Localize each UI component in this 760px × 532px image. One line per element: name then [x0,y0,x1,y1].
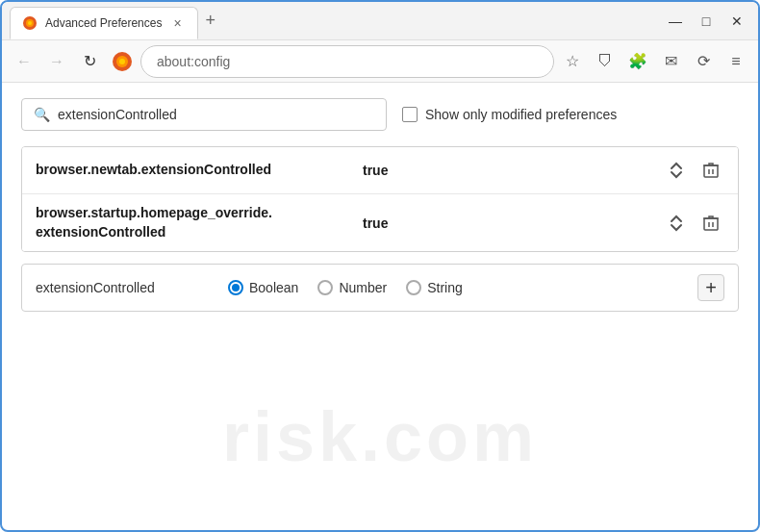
search-box[interactable]: 🔍 extensionControlled [21,98,387,131]
table-row: browser.newtab.extensionControlled true [22,147,738,194]
pref-actions-1 [663,157,724,184]
show-modified-label: Show only modified preferences [425,107,617,122]
address-path: about:config [157,54,230,69]
restore-btn[interactable]: □ [693,8,720,35]
address-bar[interactable]: about:config [140,45,554,78]
radio-string[interactable]: String [406,280,463,295]
delete-btn-2[interactable] [697,210,724,237]
shield-icon[interactable]: ⛉ [591,47,620,76]
back-btn[interactable]: ← [10,47,38,76]
pref-name-2: browser.startup.homepage_override. exten… [36,204,363,241]
title-bar: Advanced Preferences × + — □ ✕ [2,2,758,40]
toggle-btn-1[interactable] [663,157,690,184]
search-input[interactable]: extensionControlled [58,107,177,122]
radio-string-circle [406,280,421,295]
pref-name-1: browser.newtab.extensionControlled [36,161,363,180]
search-icon: 🔍 [34,107,50,122]
firefox-logo-icon [112,51,133,72]
radio-boolean-circle [228,280,243,295]
radio-boolean-label: Boolean [249,280,298,295]
watermark: risk.com [2,397,758,476]
close-btn[interactable]: ✕ [723,8,750,35]
svg-rect-9 [704,218,718,230]
add-preference-row: extensionControlled Boolean Number Strin… [21,264,739,312]
nav-icons: ☆ ⛉ 🧩 ✉ ⟳ ≡ [558,47,750,76]
type-radio-group: Boolean Number String [228,280,697,295]
toggle-btn-2[interactable] [663,210,690,237]
bookmark-icon[interactable]: ☆ [558,47,587,76]
tab-favicon-icon [22,15,38,31]
svg-point-5 [119,59,125,64]
radio-boolean[interactable]: Boolean [228,280,298,295]
trash-icon-2 [703,215,719,232]
tab-close-btn[interactable]: × [169,13,185,33]
account-icon[interactable]: ✉ [656,47,685,76]
toggle-icon-1 [668,162,685,179]
new-tab-btn[interactable]: + [198,7,224,35]
toggle-icon-2 [668,215,685,232]
menu-icon[interactable]: ≡ [722,47,750,76]
add-preference-btn[interactable]: + [697,274,724,301]
svg-rect-6 [704,165,718,177]
pref-value-1: true [363,163,663,178]
radio-number[interactable]: Number [317,280,387,295]
preferences-table: browser.newtab.extensionControlled true [21,146,739,252]
trash-icon-1 [703,162,719,179]
radio-number-label: Number [339,280,387,295]
svg-point-2 [28,21,32,25]
active-tab[interactable]: Advanced Preferences × [10,7,198,39]
show-modified-checkbox-row[interactable]: Show only modified preferences [402,107,617,122]
search-row: 🔍 extensionControlled Show only modified… [21,98,739,131]
tab-area: Advanced Preferences × + [10,3,654,39]
delete-btn-1[interactable] [697,157,724,184]
pref-value-2: true [363,215,663,231]
forward-btn[interactable]: → [42,47,71,76]
sync-icon[interactable]: ⟳ [689,47,718,76]
tab-title: Advanced Preferences [45,16,162,30]
extension-icon[interactable]: 🧩 [623,47,652,76]
new-pref-name: extensionControlled [36,280,228,295]
radio-number-circle [317,280,333,295]
pref-actions-2 [663,210,724,237]
radio-string-label: String [427,280,463,295]
nav-bar: ← → ↻ about:config ☆ ⛉ 🧩 ✉ ⟳ ≡ [2,40,758,83]
main-content: 🔍 extensionControlled Show only modified… [2,83,758,327]
minimize-btn[interactable]: — [662,8,689,35]
table-row: browser.startup.homepage_override. exten… [22,194,738,251]
window-controls: — □ ✕ [662,8,750,35]
show-modified-checkbox[interactable] [402,107,418,122]
reload-btn[interactable]: ↻ [75,47,104,76]
